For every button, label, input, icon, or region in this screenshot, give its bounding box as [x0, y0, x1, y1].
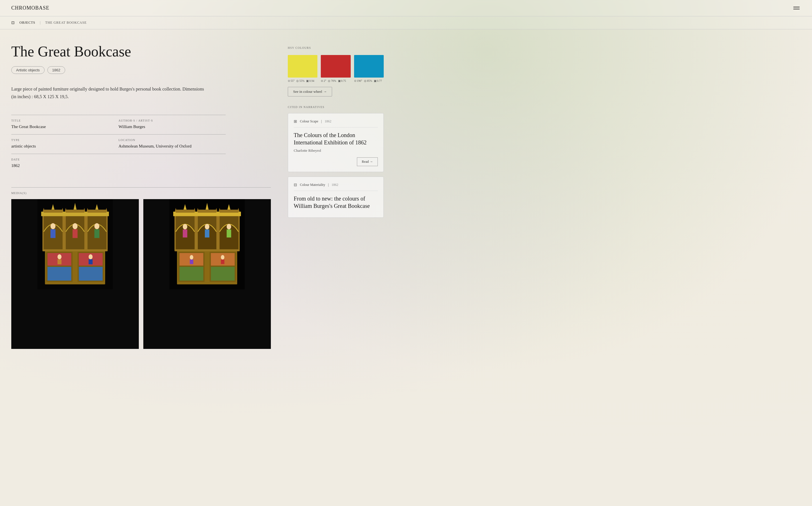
breadcrumb: ⊡ OBJECTS | The Great Bookcase [0, 16, 812, 29]
narrative-card-1: ⊞ Colour Scape | 1862 The Colours of the… [288, 113, 384, 172]
swatch-hue-2: ⊙ 2° [321, 79, 326, 82]
tag-year[interactable]: 1862 [48, 66, 65, 74]
swatch-val-2: ▣ 0.75 [338, 79, 346, 82]
sat-icon-3: ◎ [364, 79, 367, 82]
media-item-1[interactable] [11, 199, 139, 349]
hsv-section-label: HSV COLOURS [288, 46, 384, 49]
meta-location: LOCATION Ashmolean Museum, University of… [118, 134, 226, 154]
svg-point-53 [205, 224, 209, 230]
svg-rect-46 [221, 259, 224, 264]
narratives-label: CITED IN NARRATIVES [288, 105, 384, 108]
meta-value-type: artistic objects [11, 144, 118, 149]
hue-icon-1: ⊙ [288, 79, 290, 82]
swatch-sat-1: ◎ 55% [296, 79, 305, 82]
svg-rect-19 [73, 229, 78, 238]
swatch-hue-3: ⊙ 196° [354, 79, 362, 82]
right-column: HSV COLOURS ⊙ 55° ◎ 55% ▣ 0.94 [288, 44, 384, 349]
meta-empty [118, 154, 226, 173]
meta-value-location: Ashmolean Museum, University of Oxford [118, 144, 226, 149]
swatch-sat-2: ◎ 76% [328, 79, 336, 82]
objects-icon: ⊡ [11, 20, 15, 25]
meta-title: TITLE The Great Bookcase [11, 115, 118, 134]
swatch-color-3 [354, 55, 384, 78]
swatch-color-1 [288, 55, 317, 78]
swatch-color-2 [321, 55, 350, 78]
swatch-2: ⊙ 2° ◎ 76% ▣ 0.75 [321, 55, 350, 82]
swatch-3: ⊙ 196° ◎ 85% ▣ 0.77 [354, 55, 384, 82]
logo: CHROMOBASE [11, 5, 50, 11]
svg-rect-24 [66, 209, 84, 213]
val-icon-1: ▣ [306, 79, 309, 82]
svg-point-55 [227, 224, 231, 230]
color-swatches: ⊙ 55° ◎ 55% ▣ 0.94 ⊙ [288, 55, 384, 82]
breadcrumb-separator: | [40, 21, 40, 25]
svg-point-8 [58, 254, 62, 259]
media-item-2[interactable] [143, 199, 271, 349]
hue-icon-2: ⊙ [321, 79, 323, 82]
svg-point-10 [89, 254, 92, 259]
svg-point-45 [221, 255, 224, 259]
main-container: The Great Bookcase Artistic objects 1862… [0, 29, 395, 366]
val-icon-3: ▣ [374, 79, 376, 82]
card-separator-1: | [321, 119, 322, 123]
tags-row: Artistic objects 1862 [11, 66, 271, 74]
breadcrumb-section[interactable]: OBJECTS [19, 21, 35, 25]
card-year-2: 1862 [331, 183, 338, 187]
card-separator-2: | [328, 183, 329, 187]
card-header-2: ⊟ Colour Materiality | 1862 [294, 182, 378, 191]
svg-rect-41 [179, 267, 203, 281]
val-icon-2: ▣ [338, 79, 340, 82]
meta-value-date: 1862 [11, 163, 118, 168]
meta-value-author: William Burges [118, 124, 226, 129]
meta-label-type: TYPE [11, 139, 118, 142]
swatch-sat-3: ◎ 85% [364, 79, 372, 82]
svg-rect-42 [211, 267, 234, 281]
svg-rect-54 [205, 229, 209, 237]
swatch-val-3: ▣ 0.77 [374, 79, 382, 82]
svg-rect-9 [58, 259, 62, 264]
svg-rect-59 [198, 209, 217, 213]
hamburger-line-1 [793, 7, 800, 7]
header: CHROMOBASE [0, 0, 812, 16]
hamburger-line-2 [793, 9, 800, 9]
svg-rect-7 [79, 267, 102, 281]
swatch-meta-1: ⊙ 55° ◎ 55% ▣ 0.94 [288, 79, 317, 82]
card-icon-2: ⊟ [294, 182, 297, 187]
svg-rect-21 [94, 229, 99, 238]
svg-rect-44 [190, 259, 193, 264]
svg-point-18 [73, 223, 78, 229]
svg-rect-17 [51, 229, 56, 238]
svg-rect-23 [44, 209, 63, 213]
meta-type: TYPE artistic objects [11, 134, 118, 154]
card-type-1: Colour Scape [300, 119, 318, 123]
svg-point-43 [190, 255, 193, 259]
svg-rect-6 [48, 267, 71, 281]
meta-author: AUTHOR·S / ARTIST·S William Burges [118, 115, 226, 134]
sat-icon-1: ◎ [296, 79, 299, 82]
hue-icon-3: ⊙ [354, 79, 356, 82]
card-read-btn-1: Read → [294, 157, 378, 166]
swatch-1: ⊙ 55° ◎ 55% ▣ 0.94 [288, 55, 317, 82]
read-button-1[interactable]: Read → [357, 157, 378, 166]
meta-label-location: LOCATION [118, 139, 226, 142]
left-column: The Great Bookcase Artistic objects 1862… [11, 44, 271, 349]
meta-label-title: TITLE [11, 119, 118, 122]
tag-artistic-objects[interactable]: Artistic objects [11, 66, 45, 74]
svg-rect-11 [89, 259, 92, 264]
menu-button[interactable] [792, 6, 801, 10]
svg-point-16 [51, 223, 56, 229]
media-label: MEDIA(S) [11, 187, 271, 195]
swatch-meta-3: ⊙ 196° ◎ 85% ▣ 0.77 [354, 79, 384, 82]
card-year-1: 1862 [324, 119, 331, 123]
card-icon-1: ⊞ [294, 119, 297, 124]
svg-rect-52 [183, 229, 187, 237]
narrative-card-2: ⊟ Colour Materiality | 1862 From old to … [288, 177, 384, 218]
swatch-val-1: ▣ 0.94 [306, 79, 314, 82]
swatch-hue-1: ⊙ 55° [288, 79, 295, 82]
svg-rect-56 [227, 229, 231, 237]
breadcrumb-current: The Great Bookcase [45, 21, 87, 25]
sat-icon-2: ◎ [328, 79, 330, 82]
svg-point-20 [94, 223, 99, 229]
see-colour-wheel-button[interactable]: See in colour wheel → [288, 87, 332, 96]
svg-rect-60 [220, 209, 238, 213]
